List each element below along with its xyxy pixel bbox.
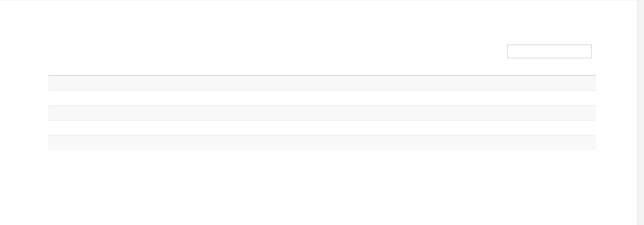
cell-email bbox=[191, 91, 377, 106]
friends-table bbox=[48, 65, 596, 150]
cell-status bbox=[514, 91, 596, 106]
cell-amount bbox=[459, 135, 514, 150]
search-input[interactable] bbox=[507, 45, 592, 58]
cell-name bbox=[48, 76, 191, 91]
page-container bbox=[0, 0, 644, 150]
cell-phone bbox=[377, 76, 459, 91]
cell-amount bbox=[459, 106, 514, 121]
cell-amount bbox=[459, 121, 514, 135]
cell-status bbox=[514, 135, 596, 150]
cell-phone bbox=[377, 135, 459, 150]
table-row bbox=[48, 121, 596, 135]
col-header-phone[interactable] bbox=[377, 65, 459, 76]
cell-name bbox=[48, 106, 191, 121]
table-header-row bbox=[48, 65, 596, 76]
cell-phone bbox=[377, 91, 459, 106]
cell-amount bbox=[459, 76, 514, 91]
col-header-email[interactable] bbox=[191, 65, 377, 76]
cell-email bbox=[191, 121, 377, 135]
table-row bbox=[48, 135, 596, 150]
cell-email bbox=[191, 135, 377, 150]
cell-status bbox=[514, 121, 596, 135]
table-row bbox=[48, 76, 596, 91]
cell-amount bbox=[459, 91, 514, 106]
search-row bbox=[48, 45, 596, 58]
cell-name bbox=[48, 91, 191, 106]
cell-name bbox=[48, 121, 191, 135]
scrollbar[interactable] bbox=[637, 0, 644, 225]
cell-phone bbox=[377, 106, 459, 121]
col-header-amount[interactable] bbox=[459, 65, 514, 76]
table-row bbox=[48, 106, 596, 121]
cell-phone bbox=[377, 121, 459, 135]
cell-name bbox=[48, 135, 191, 150]
cell-email bbox=[191, 76, 377, 91]
col-header-status[interactable] bbox=[514, 65, 596, 76]
cell-status bbox=[514, 106, 596, 121]
cell-email bbox=[191, 106, 377, 121]
table-row bbox=[48, 91, 596, 106]
cell-status bbox=[514, 76, 596, 91]
col-header-name[interactable] bbox=[48, 65, 191, 76]
